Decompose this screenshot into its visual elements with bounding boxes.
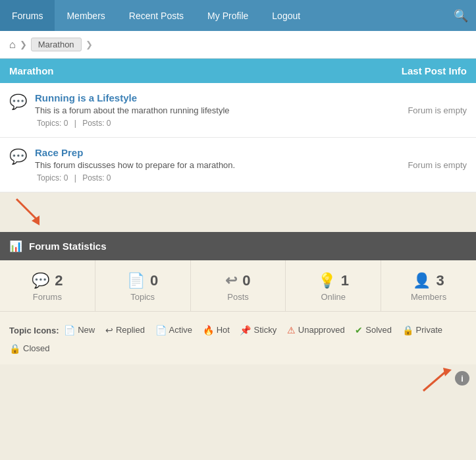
topic-icon-private: 🔒 Private	[402, 321, 442, 339]
svg-line-0	[16, 199, 36, 219]
search-icon[interactable]: 🔍	[445, 0, 476, 31]
breadcrumb-chevron-2: ❯	[86, 40, 93, 49]
topics-stat-label: Topics	[130, 292, 155, 302]
sticky-label: Sticky	[253, 322, 277, 339]
solved-label: Solved	[365, 322, 392, 339]
stat-members: 👤 3 Members	[381, 260, 476, 311]
topic-icon-closed: 🔒 Closed	[9, 339, 49, 358]
svg-line-2	[423, 371, 446, 391]
forum-header-last-post: Last Post Info	[402, 65, 467, 76]
topic-icon-active: 📄 Active	[155, 321, 192, 339]
forum-icon-1: 💬	[9, 94, 27, 111]
main-nav: Forums Members Recent Posts My Profile L…	[0, 0, 476, 31]
stat-forums: 💬 2 Forums	[0, 260, 95, 311]
posts-stat-label: Posts	[227, 292, 249, 302]
right-arrow-icon	[420, 364, 456, 394]
sticky-icon: 📌	[240, 321, 251, 339]
forum-row-1: 💬 Running is a Lifestyle This is a forum…	[0, 83, 476, 138]
breadcrumb-marathon[interactable]: Marathon	[31, 38, 82, 51]
forum-meta-2: Topics: 0 | Posts: 0	[35, 173, 381, 183]
stats-header: 📊 Forum Statistics	[0, 232, 476, 260]
members-stat-icon: 👤	[413, 272, 431, 289]
topic-icon-unapproved: ⚠ Unapproved	[287, 321, 345, 339]
unapproved-label: Unapproved	[298, 322, 345, 339]
online-stat-icon: 💡	[318, 272, 336, 289]
private-label: Private	[416, 322, 442, 339]
topic-icon-new: 📄 New	[64, 321, 95, 339]
forum-desc-2: This forum discusses how to prepare for …	[35, 160, 381, 170]
topics-stat-value: 0	[150, 272, 158, 289]
new-icon: 📄	[64, 321, 75, 339]
nav-forums[interactable]: Forums	[0, 0, 55, 31]
nav-logout[interactable]: Logout	[260, 0, 312, 31]
forum-header: Marathon Last Post Info	[0, 59, 476, 83]
forums-stat-value: 2	[55, 272, 63, 289]
forum-posts-1[interactable]: Posts: 0	[82, 119, 111, 128]
closed-label: Closed	[23, 340, 49, 357]
new-label: New	[78, 322, 95, 339]
forum-topics-1[interactable]: Topics: 0	[37, 119, 68, 128]
stats-row: 💬 2 Forums 📄 0 Topics ↩ 0 Posts 💡 1 Onli…	[0, 260, 476, 312]
topic-icon-hot: 🔥 Hot	[203, 321, 230, 339]
stats-header-label: Forum Statistics	[29, 241, 107, 252]
stat-topics: 📄 0 Topics	[95, 260, 191, 311]
forum-desc-1: This is a forum about the marathon runni…	[35, 105, 381, 115]
topic-icons-row: Topic Icons: 📄 New ↩ Replied 📄 Active 🔥 …	[0, 312, 476, 364]
active-label: Active	[169, 322, 192, 339]
members-stat-label: Members	[411, 292, 446, 302]
forum-row-2: 💬 Race Prep This forum discusses how to …	[0, 138, 476, 192]
replied-label: Replied	[116, 322, 145, 339]
svg-marker-3	[443, 368, 452, 376]
stat-online: 💡 1 Online	[286, 260, 381, 311]
closed-icon: 🔒	[9, 339, 20, 358]
home-icon[interactable]: ⌂	[9, 39, 16, 51]
members-stat-value: 3	[436, 272, 444, 289]
topic-icon-replied: ↩ Replied	[105, 321, 145, 339]
solved-icon: ✔	[355, 321, 363, 339]
nav-my-profile[interactable]: My Profile	[196, 0, 260, 31]
chart-icon: 📊	[9, 240, 22, 252]
forum-body-2: Race Prep This forum discusses how to pr…	[35, 147, 381, 183]
stat-posts: ↩ 0 Posts	[191, 260, 286, 311]
topics-stat-icon: 📄	[127, 272, 145, 289]
forum-title-1[interactable]: Running is a Lifestyle	[35, 92, 137, 103]
down-arrow-icon	[7, 196, 46, 229]
topic-icons-label: Topic Icons:	[9, 326, 59, 335]
breadcrumb: ⌂ ❯ Marathon ❯	[0, 31, 476, 59]
online-stat-value: 1	[341, 272, 349, 289]
hot-icon: 🔥	[203, 321, 214, 339]
breadcrumb-chevron-1: ❯	[20, 40, 27, 49]
forum-header-title: Marathon	[9, 65, 54, 76]
hot-label: Hot	[217, 322, 230, 339]
forum-body-1: Running is a Lifestyle This is a forum a…	[35, 92, 381, 128]
forums-stat-icon: 💬	[32, 272, 49, 289]
topic-icon-sticky: 📌 Sticky	[240, 321, 277, 339]
forum-icon-2: 💬	[9, 148, 27, 165]
posts-stat-value: 0	[242, 272, 250, 289]
forums-stat-label: Forums	[33, 292, 62, 302]
online-stat-label: Online	[321, 292, 346, 302]
nav-recent-posts[interactable]: Recent Posts	[117, 0, 196, 31]
forum-status-1: Forum is empty	[381, 105, 467, 115]
forum-title-2[interactable]: Race Prep	[35, 147, 83, 158]
bottom-area: i	[0, 364, 476, 401]
active-icon: 📄	[155, 321, 167, 339]
forum-posts-2[interactable]: Posts: 0	[82, 173, 111, 183]
forum-status-2: Forum is empty	[381, 160, 467, 170]
forum-meta-1: Topics: 0 | Posts: 0	[35, 119, 381, 128]
private-icon: 🔒	[402, 321, 413, 339]
unapproved-icon: ⚠	[287, 321, 296, 339]
nav-members[interactable]: Members	[55, 0, 117, 31]
arrow-area	[0, 192, 476, 232]
forum-topics-2[interactable]: Topics: 0	[37, 173, 68, 183]
topic-icon-solved: ✔ Solved	[355, 321, 392, 339]
replied-icon: ↩	[105, 321, 113, 339]
info-icon[interactable]: i	[455, 371, 469, 386]
posts-stat-icon: ↩	[225, 272, 237, 289]
